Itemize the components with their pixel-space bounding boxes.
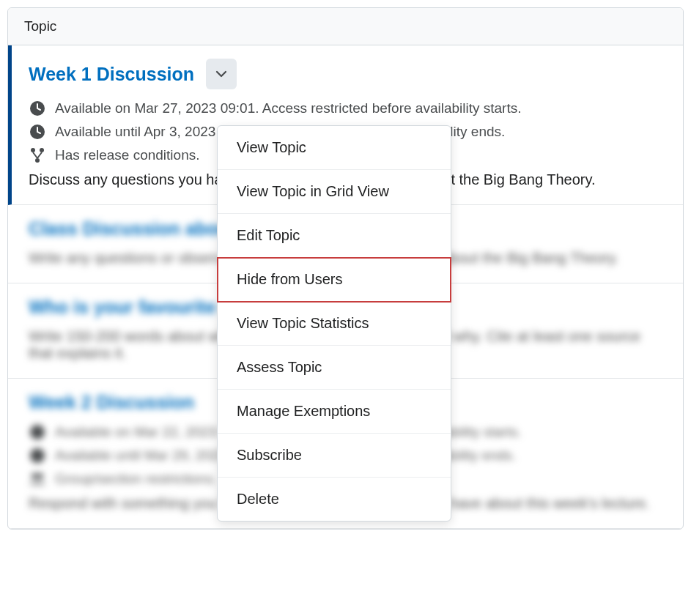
menu-assess-topic[interactable]: Assess Topic xyxy=(218,346,451,390)
svg-point-4 xyxy=(35,158,40,163)
clock-icon xyxy=(29,100,46,117)
svg-point-3 xyxy=(40,148,44,152)
menu-view-topic[interactable]: View Topic xyxy=(218,126,451,170)
clock-icon xyxy=(29,123,46,141)
topic-title-link[interactable]: Week 2 Discussion xyxy=(29,392,194,413)
menu-edit-topic[interactable]: Edit Topic xyxy=(218,214,451,258)
svg-point-6 xyxy=(30,448,45,463)
menu-manage-exemptions[interactable]: Manage Exemptions xyxy=(218,390,451,434)
clock-icon xyxy=(29,447,46,464)
panel-header: Topic xyxy=(8,8,683,45)
group-icon xyxy=(29,470,46,488)
menu-view-statistics[interactable]: View Topic Statistics xyxy=(218,302,451,346)
availability-start: Available on Mar 27, 2023 09:01. Access … xyxy=(29,100,662,117)
release-conditions-icon xyxy=(29,146,46,164)
menu-view-grid[interactable]: View Topic in Grid View xyxy=(218,170,451,214)
header-label: Topic xyxy=(24,18,56,34)
svg-point-2 xyxy=(31,148,35,152)
chevron-down-icon xyxy=(215,67,228,81)
menu-hide-from-users[interactable]: Hide from Users xyxy=(218,258,451,302)
svg-point-8 xyxy=(37,473,43,479)
svg-point-5 xyxy=(30,425,45,439)
menu-subscribe[interactable]: Subscribe xyxy=(218,434,451,478)
topics-panel: Topic Week 1 Discussion Available on Mar… xyxy=(7,7,684,530)
topic-title-link[interactable]: Week 1 Discussion xyxy=(29,64,194,85)
topic-actions-menu: View Topic View Topic in Grid View Edit … xyxy=(217,125,451,522)
topic-title-wrap: Week 1 Discussion xyxy=(29,59,662,89)
topic-actions-button[interactable] xyxy=(206,59,237,89)
availability-start-text: Available on Mar 27, 2023 09:01. Access … xyxy=(55,100,522,116)
release-conditions-text: Has release conditions. xyxy=(55,147,200,163)
group-restrictions-text: Group/section restrictions. xyxy=(55,471,217,487)
menu-delete[interactable]: Delete xyxy=(218,478,451,521)
svg-point-7 xyxy=(32,473,37,479)
clock-icon xyxy=(29,423,46,441)
